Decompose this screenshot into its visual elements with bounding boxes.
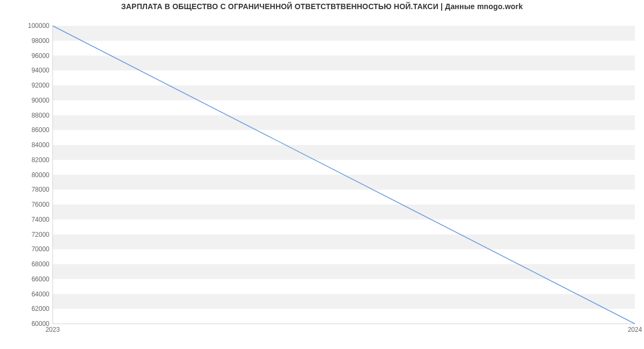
y-tick-label: 70000	[0, 245, 49, 253]
y-tick-label: 66000	[0, 275, 49, 283]
x-tick-label: 2023	[46, 326, 60, 333]
y-tick-label: 80000	[0, 171, 49, 179]
y-tick-label: 90000	[0, 97, 49, 104]
y-tick-label: 64000	[0, 290, 49, 298]
svg-rect-1	[53, 264, 635, 279]
plot-area	[53, 26, 635, 324]
y-tick-label: 100000	[0, 22, 49, 30]
y-tick-label: 62000	[0, 305, 49, 312]
y-tick-label: 76000	[0, 201, 49, 208]
y-tick-label: 68000	[0, 260, 49, 268]
y-tick-label: 60000	[0, 320, 49, 328]
y-tick-label: 92000	[0, 82, 49, 89]
y-tick-label: 84000	[0, 141, 49, 149]
y-tick-label: 82000	[0, 156, 49, 164]
svg-rect-5	[53, 145, 635, 160]
x-tick-label: 2024	[628, 326, 642, 333]
y-tick-label: 86000	[0, 126, 49, 134]
svg-rect-4	[53, 175, 635, 190]
y-tick-label: 72000	[0, 231, 49, 238]
chart-container: ЗАРПЛАТА В ОБЩЕСТВО С ОГРАНИЧЕННОЙ ОТВЕТ…	[0, 0, 644, 349]
svg-rect-8	[53, 56, 635, 71]
svg-rect-7	[53, 85, 635, 100]
svg-rect-0	[53, 294, 635, 309]
y-tick-label: 96000	[0, 52, 49, 60]
chart-title: ЗАРПЛАТА В ОБЩЕСТВО С ОГРАНИЧЕННОЙ ОТВЕТ…	[0, 2, 644, 11]
svg-rect-2	[53, 235, 635, 250]
svg-rect-3	[53, 205, 635, 220]
y-tick-label: 88000	[0, 112, 49, 119]
y-tick-label: 78000	[0, 186, 49, 193]
x-axis-ticks: 20232024	[53, 326, 635, 337]
svg-rect-6	[53, 115, 635, 130]
y-tick-label: 94000	[0, 67, 49, 74]
y-tick-label: 74000	[0, 216, 49, 223]
plot-svg	[53, 26, 635, 324]
y-tick-label: 98000	[0, 37, 49, 45]
y-axis-ticks: 6000062000640006600068000700007200074000…	[0, 26, 49, 324]
svg-rect-9	[53, 26, 635, 41]
